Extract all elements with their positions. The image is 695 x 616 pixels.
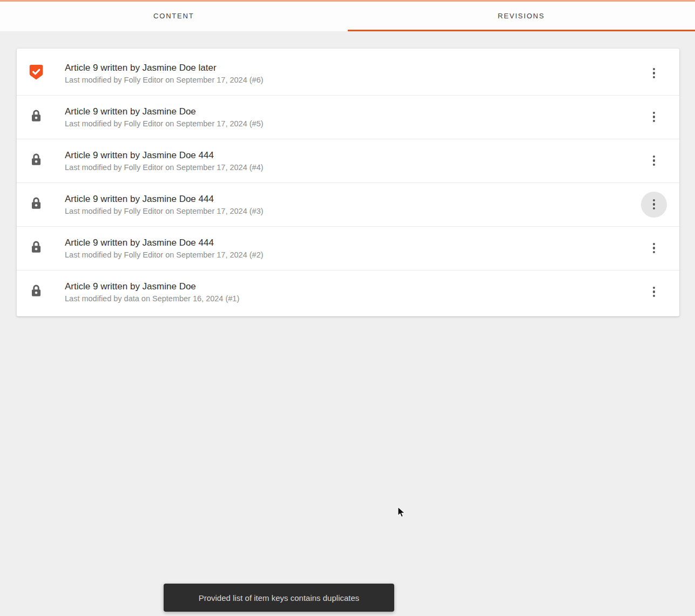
revision-row[interactable]: Article 9 written by Jasmine Doe 444 Las… <box>17 139 679 182</box>
revisions-list: Article 9 written by Jasmine Doe later L… <box>17 51 679 314</box>
revision-title: Article 9 written by Jasmine Doe 444 <box>65 194 641 205</box>
revision-subtitle: Last modified by Folly Editor on Septemb… <box>65 163 641 172</box>
more-options-button[interactable] <box>641 148 667 174</box>
revisions-card: Article 9 written by Jasmine Doe later L… <box>17 49 679 316</box>
revision-row[interactable]: Article 9 written by Jasmine Doe 444 Las… <box>17 226 679 270</box>
revision-text: Article 9 written by Jasmine Doe Last mo… <box>65 106 641 128</box>
mouse-cursor-icon <box>397 506 408 521</box>
revision-status-cell <box>29 152 44 170</box>
revision-row[interactable]: Article 9 written by Jasmine Doe Last mo… <box>17 95 679 139</box>
kebab-menu-icon <box>653 287 656 297</box>
tab-revisions[interactable]: REVISIONS <box>348 2 695 31</box>
revision-row[interactable]: Article 9 written by Jasmine Doe 444 Las… <box>17 182 679 226</box>
toast-snackbar: Provided list of item keys contains dupl… <box>164 584 394 612</box>
kebab-menu-icon <box>653 243 656 254</box>
more-options-button[interactable] <box>641 279 667 305</box>
lock-icon <box>29 239 43 258</box>
lock-icon <box>29 283 43 301</box>
revision-subtitle: Last modified by Folly Editor on Septemb… <box>65 207 641 215</box>
revision-status-cell <box>29 239 44 258</box>
revision-text: Article 9 written by Jasmine Doe 444 Las… <box>65 194 641 215</box>
more-options-button[interactable] <box>641 192 667 218</box>
more-options-button[interactable] <box>641 60 667 86</box>
revision-text: Article 9 written by Jasmine Doe 444 Las… <box>65 150 641 172</box>
revision-status-cell <box>29 283 44 301</box>
revision-text: Article 9 written by Jasmine Doe later L… <box>65 63 641 84</box>
revision-row[interactable]: Article 9 written by Jasmine Doe Last mo… <box>17 270 679 314</box>
revision-text: Article 9 written by Jasmine Doe Last mo… <box>65 281 641 303</box>
revision-subtitle: Last modified by Folly Editor on Septemb… <box>65 119 641 128</box>
lock-icon <box>29 108 43 126</box>
kebab-menu-icon <box>653 68 656 79</box>
kebab-menu-icon <box>653 112 656 123</box>
revision-status-cell <box>29 108 44 126</box>
kebab-menu-icon <box>653 155 656 166</box>
revision-status-cell <box>29 195 44 214</box>
shield-check-icon <box>29 64 44 83</box>
tab-revisions-label: REVISIONS <box>498 12 545 20</box>
kebab-menu-icon <box>653 199 656 210</box>
more-options-button[interactable] <box>641 235 667 261</box>
revision-title: Article 9 written by Jasmine Doe <box>65 281 641 292</box>
more-options-button[interactable] <box>641 104 667 130</box>
revision-title: Article 9 written by Jasmine Doe 444 <box>65 150 641 161</box>
revision-status-cell <box>29 64 44 83</box>
lock-icon <box>29 152 43 170</box>
lock-icon <box>29 195 43 214</box>
tab-content-label: CONTENT <box>153 12 194 20</box>
revision-row[interactable]: Article 9 written by Jasmine Doe later L… <box>17 51 679 95</box>
revision-title: Article 9 written by Jasmine Doe <box>65 106 641 117</box>
tab-content[interactable]: CONTENT <box>0 2 348 31</box>
revision-subtitle: Last modified by Folly Editor on Septemb… <box>65 76 641 84</box>
revision-title: Article 9 written by Jasmine Doe 444 <box>65 238 641 248</box>
revision-text: Article 9 written by Jasmine Doe 444 Las… <box>65 238 641 259</box>
page-header: CONTENT REVISIONS <box>0 0 695 31</box>
toast-message: Provided list of item keys contains dupl… <box>199 593 360 603</box>
revision-subtitle: Last modified by Folly Editor on Septemb… <box>65 251 641 259</box>
tab-bar: CONTENT REVISIONS <box>0 2 695 31</box>
revision-subtitle: Last modified by data on September 16, 2… <box>65 294 641 303</box>
revision-title: Article 9 written by Jasmine Doe later <box>65 63 641 73</box>
